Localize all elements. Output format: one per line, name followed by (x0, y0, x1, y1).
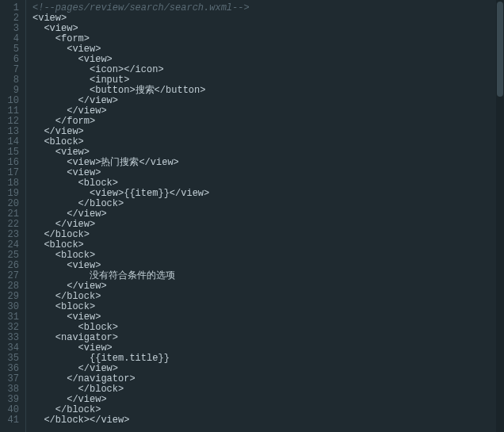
code-line[interactable]: </block> (32, 292, 504, 302)
code-line[interactable]: </view> (32, 220, 504, 230)
code-line[interactable]: <block> (32, 250, 504, 261)
code-line[interactable]: </view> (32, 106, 504, 117)
code-line[interactable]: </form> (32, 117, 504, 127)
code-line[interactable]: <view>热门搜索</view> (32, 158, 504, 168)
code-line[interactable]: <form> (32, 34, 504, 44)
code-editor: 1234567891011121314151617181920212223242… (0, 0, 504, 432)
code-line[interactable]: </block></view> (32, 415, 504, 426)
code-line[interactable]: </view> (32, 395, 504, 405)
line-number-gutter: 1234567891011121314151617181920212223242… (0, 0, 25, 432)
scrollbar-thumb[interactable] (497, 2, 503, 97)
code-line[interactable]: <block> (32, 137, 504, 147)
code-line[interactable]: <!--pages/review/search/search.wxml--> (32, 3, 504, 13)
code-line[interactable]: <block> (32, 240, 504, 250)
code-line[interactable]: <block> (32, 302, 504, 312)
code-area[interactable]: <!--pages/review/search/search.wxml--><v… (25, 0, 504, 432)
code-line[interactable]: </view> (32, 127, 504, 137)
code-line[interactable]: <view> (32, 24, 504, 34)
code-line[interactable]: </view> (32, 281, 504, 292)
code-line[interactable]: <view> (32, 13, 504, 24)
code-line[interactable]: </view> (32, 209, 504, 220)
vertical-scrollbar[interactable] (496, 0, 504, 432)
code-line[interactable]: </block> (32, 230, 504, 240)
line-number: 41 (3, 415, 19, 426)
